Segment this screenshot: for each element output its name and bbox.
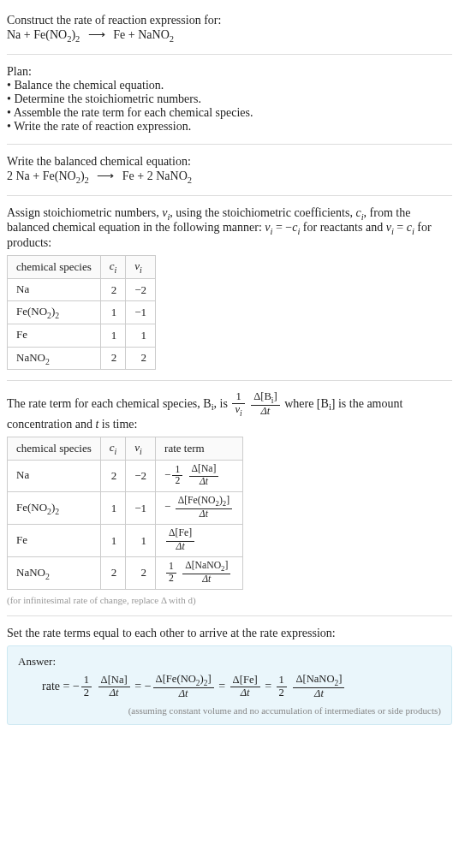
cell-nui: 2	[126, 557, 156, 590]
reactant-na: Na	[7, 28, 21, 41]
cell-ci: 1	[100, 301, 126, 324]
col-rateterm: rate term	[156, 437, 243, 460]
assign-section: Assign stoichiometric numbers, νi, using…	[7, 206, 452, 371]
plan-item: • Balance the chemical equation.	[7, 79, 452, 92]
table-header-row: chemical species ci νi rate term	[8, 437, 243, 460]
rateterm-section: The rate term for each chemical species,…	[7, 391, 452, 605]
cell-rateterm: −12 Δ[Na]Δt	[156, 460, 243, 492]
plan-section: Plan: • Balance the chemical equation. •…	[7, 65, 452, 134]
table-row: Na 2 −2	[8, 278, 156, 301]
arrow-icon: ⟶	[97, 169, 114, 182]
cell-species: Fe	[8, 525, 101, 557]
col-nui: νi	[126, 256, 156, 279]
divider	[7, 615, 452, 616]
divider	[7, 54, 452, 55]
stoich-table: chemical species ci νi Na 2 −2 Fe(NO2)2 …	[7, 255, 156, 370]
plus: +	[21, 28, 33, 41]
cell-species: Na	[8, 278, 101, 301]
plan-item: • Determine the stoichiometric numbers.	[7, 92, 452, 106]
answer-footnote: (assuming constant volume and no accumul…	[18, 705, 441, 716]
cell-ci: 1	[100, 324, 126, 347]
table-note: (for infinitesimal rate of change, repla…	[7, 595, 452, 605]
cell-nui: 2	[126, 347, 156, 370]
prompt-section: Construct the rate of reaction expressio…	[7, 14, 452, 44]
balanced-equation: 2 Na + Fe(NO2)2 ⟶ Fe + 2 NaNO2	[7, 169, 452, 185]
col-ci: ci	[100, 256, 126, 279]
cell-nui: 1	[126, 525, 156, 557]
col-ci: ci	[100, 437, 126, 460]
balanced-section: Write the balanced chemical equation: 2 …	[7, 155, 452, 185]
cell-species: Fe(NO2)2	[8, 492, 101, 525]
rate-expression: rate = −12 Δ[Na]Δt = −Δ[Fe(NO2)2]Δt = Δ[…	[42, 674, 441, 700]
col-nui: νi	[126, 437, 156, 460]
reactant-na: 2 Na	[7, 169, 30, 182]
frac-dbi-dt: Δ[Bi]Δt	[251, 391, 280, 418]
table-row: Fe(NO2)2 1 −1	[8, 301, 156, 324]
cell-ci: 2	[100, 460, 126, 492]
balanced-title: Write the balanced chemical equation:	[7, 155, 452, 169]
cell-species: Fe(NO2)2	[8, 301, 101, 324]
table-row: Fe 1 1	[8, 324, 156, 347]
product-fe: Fe	[122, 169, 134, 182]
cell-nui: −1	[126, 492, 156, 525]
col-species: chemical species	[8, 256, 101, 279]
table-row: Fe 1 1 Δ[Fe]Δt	[8, 525, 243, 557]
table-row: NaNO2 2 2 12 Δ[NaNO2]Δt	[8, 557, 243, 590]
prompt-text: Construct the rate of reaction expressio…	[7, 14, 452, 27]
plan-item: • Write the rate of reaction expression.	[7, 120, 452, 134]
product-nano2: NaNO2	[138, 28, 174, 41]
cell-rateterm: 12 Δ[NaNO2]Δt	[156, 557, 243, 590]
col-species: chemical species	[8, 437, 101, 460]
cell-rateterm: − Δ[Fe(NO2)2]Δt	[156, 492, 243, 525]
product-fe: Fe	[113, 28, 125, 41]
answer-box: Answer: rate = −12 Δ[Na]Δt = −Δ[Fe(NO2)2…	[7, 645, 452, 725]
cell-species: Na	[8, 460, 101, 492]
reactant-feno22: Fe(NO2)2	[33, 28, 80, 41]
cell-ci: 1	[100, 525, 126, 557]
final-title: Set the rate terms equal to each other t…	[7, 627, 452, 640]
cell-rateterm: Δ[Fe]Δt	[156, 525, 243, 557]
final-section: Set the rate terms equal to each other t…	[7, 627, 452, 725]
divider	[7, 380, 452, 381]
product-nano2: 2 NaNO2	[147, 169, 192, 182]
table-row: NaNO2 2 2	[8, 347, 156, 370]
table-row: Fe(NO2)2 1 −1 − Δ[Fe(NO2)2]Δt	[8, 492, 243, 525]
answer-label: Answer:	[18, 655, 441, 669]
table-header-row: chemical species ci νi	[8, 256, 156, 279]
cell-ci: 2	[100, 347, 126, 370]
frac-one-over-nu: 1νi	[232, 391, 244, 418]
table-row: Na 2 −2 −12 Δ[Na]Δt	[8, 460, 243, 492]
cell-ci: 2	[100, 557, 126, 590]
cell-nui: −2	[126, 460, 156, 492]
divider	[7, 195, 452, 196]
cell-nui: 1	[126, 324, 156, 347]
plus: +	[125, 28, 138, 41]
cell-nui: −1	[126, 301, 156, 324]
cell-species: NaNO2	[8, 347, 101, 370]
plus: +	[30, 169, 43, 182]
rateterm-table: chemical species ci νi rate term Na 2 −2…	[7, 437, 243, 590]
cell-species: NaNO2	[8, 557, 101, 590]
plan-title: Plan:	[7, 65, 452, 79]
divider	[7, 144, 452, 145]
arrow-icon: ⟶	[88, 28, 105, 41]
reactant-feno22: Fe(NO2)2	[43, 169, 89, 182]
cell-ci: 1	[100, 492, 126, 525]
cell-nui: −2	[126, 278, 156, 301]
cell-ci: 2	[100, 278, 126, 301]
plan-item: • Assemble the rate term for each chemic…	[7, 106, 452, 120]
cell-species: Fe	[8, 324, 101, 347]
unbalanced-equation: Na + Fe(NO2)2 ⟶ Fe + NaNO2	[7, 27, 452, 44]
plus: +	[134, 169, 147, 182]
